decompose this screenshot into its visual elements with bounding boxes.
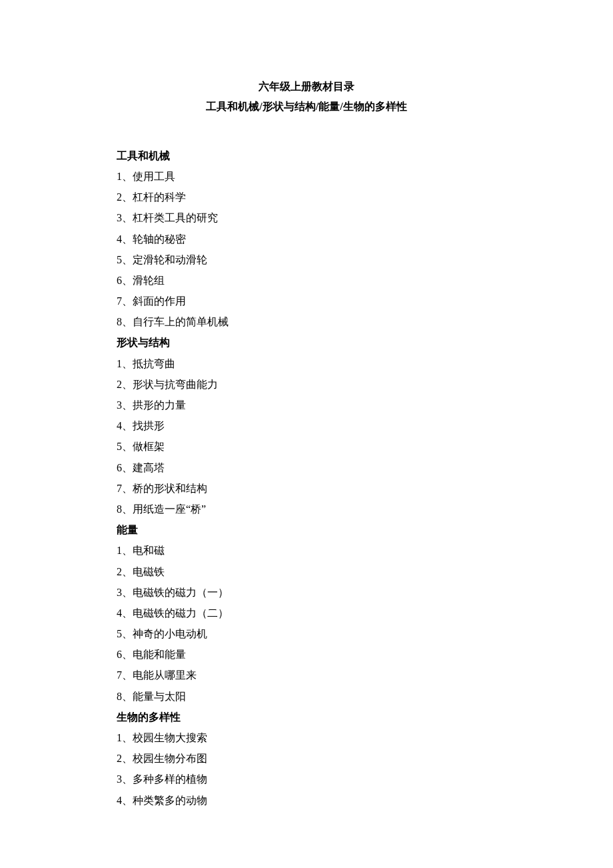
toc-item: 7、斜面的作用 — [117, 291, 496, 311]
toc-item: 8、能量与太阳 — [117, 686, 496, 707]
toc-item: 8、自行车上的简单机械 — [117, 311, 496, 332]
toc-item: 3、拱形的力量 — [117, 395, 496, 415]
toc-content: 工具和机械 1、使用工具 2、杠杆的科学 3、杠杆类工具的研究 4、轮轴的秘密 … — [117, 145, 496, 811]
toc-item: 3、多种多样的植物 — [117, 769, 496, 789]
toc-item: 6、电能和能量 — [117, 644, 496, 665]
toc-item: 1、抵抗弯曲 — [117, 353, 496, 374]
toc-item: 7、电能从哪里来 — [117, 665, 496, 685]
toc-item: 5、定滑轮和动滑轮 — [117, 249, 496, 270]
toc-item: 4、种类繁多的动物 — [117, 790, 496, 811]
section-heading: 能量 — [117, 519, 496, 540]
toc-item: 5、做框架 — [117, 436, 496, 457]
toc-item: 3、电磁铁的磁力（一） — [117, 582, 496, 603]
toc-item: 2、杠杆的科学 — [117, 187, 496, 207]
toc-item: 3、杠杆类工具的研究 — [117, 207, 496, 228]
toc-item: 1、校园生物大搜索 — [117, 727, 496, 748]
toc-item: 6、滑轮组 — [117, 270, 496, 291]
toc-item: 4、轮轴的秘密 — [117, 229, 496, 249]
toc-item: 1、电和磁 — [117, 540, 496, 561]
toc-item: 7、桥的形状和结构 — [117, 478, 496, 499]
toc-item: 6、建高塔 — [117, 457, 496, 478]
section-heading: 形状与结构 — [117, 332, 496, 353]
section-heading: 生物的多样性 — [117, 707, 496, 727]
toc-item: 1、使用工具 — [117, 166, 496, 187]
title-line-2: 工具和机械/形状与结构/能量/生物的多样性 — [117, 97, 496, 117]
toc-item: 2、电磁铁 — [117, 561, 496, 582]
title-line-1: 六年级上册教材目录 — [117, 77, 496, 97]
toc-item: 8、用纸造一座“桥” — [117, 499, 496, 519]
toc-item: 5、神奇的小电动机 — [117, 623, 496, 644]
toc-item: 4、电磁铁的磁力（二） — [117, 603, 496, 623]
toc-item: 4、找拱形 — [117, 415, 496, 436]
section-heading: 工具和机械 — [117, 145, 496, 166]
toc-item: 2、校园生物分布图 — [117, 748, 496, 769]
toc-item: 2、形状与抗弯曲能力 — [117, 374, 496, 395]
document-title-block: 六年级上册教材目录 工具和机械/形状与结构/能量/生物的多样性 — [117, 77, 496, 117]
